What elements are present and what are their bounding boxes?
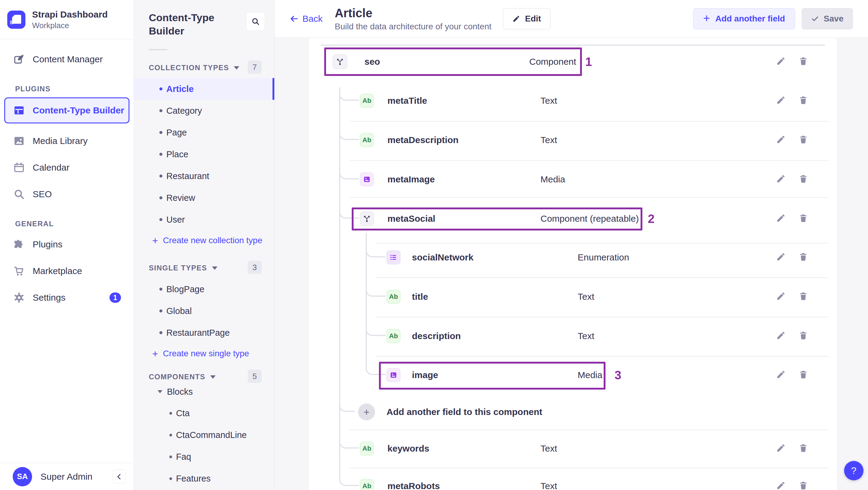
- edit-button[interactable]: Edit: [503, 8, 551, 29]
- chevron-down-icon: [158, 390, 162, 393]
- delete-field-button[interactable]: [797, 213, 809, 225]
- delete-field-button[interactable]: [797, 442, 809, 455]
- delete-field-button[interactable]: [797, 369, 809, 381]
- sidebar-item-calendar[interactable]: Calendar: [0, 154, 134, 181]
- group-header-single-types[interactable]: SINGLE TYPES3: [134, 264, 274, 272]
- edit-field-button[interactable]: [775, 213, 787, 225]
- sidebar-item-seo[interactable]: SEO: [0, 181, 134, 208]
- edit-field-button[interactable]: [775, 480, 787, 490]
- strapi-app: Strapi Dashboard Workplace Content Manag…: [0, 0, 868, 490]
- edit-field-button[interactable]: [775, 442, 787, 455]
- gear-icon: [13, 291, 25, 304]
- tree-elbow: [339, 473, 359, 486]
- delete-field-button[interactable]: [797, 134, 809, 146]
- create-new-link[interactable]: +Create new single type: [134, 344, 274, 364]
- subnav-item-category[interactable]: Category: [134, 100, 274, 122]
- page-subtitle: Build the data architecture of your cont…: [335, 22, 492, 31]
- subnav-item-user[interactable]: User: [134, 209, 274, 231]
- sidebar-item-media-library[interactable]: Media Library: [0, 128, 134, 154]
- delete-field-button[interactable]: [797, 95, 809, 107]
- edit-field-button[interactable]: [775, 134, 787, 146]
- avatar[interactable]: SA: [13, 467, 32, 486]
- component-item-features[interactable]: Features: [134, 468, 274, 489]
- edit-field-button[interactable]: [775, 251, 787, 264]
- collapse-sidebar-button[interactable]: [113, 470, 126, 484]
- sidebar-item-content-manager[interactable]: Content Manager: [0, 46, 134, 72]
- brand: Strapi Dashboard Workplace: [0, 0, 134, 39]
- divider: [320, 44, 825, 46]
- puzzle-icon: [13, 238, 25, 251]
- sidebar-item-content-type-builder[interactable]: Content-Type Builder: [4, 97, 129, 123]
- component-item-ctacommandline[interactable]: CtaCommandLine: [134, 424, 274, 446]
- subnav-item-label: Place: [166, 149, 188, 159]
- component-category-blocks[interactable]: Blocks: [134, 381, 274, 402]
- component-item-cta[interactable]: Cta: [134, 402, 274, 424]
- add-another-field-button[interactable]: + Add another field: [693, 8, 795, 29]
- sidebar-item-settings[interactable]: Settings1: [0, 284, 134, 311]
- group-header-components[interactable]: COMPONENTS5: [134, 373, 274, 381]
- subnav-item-restaurant[interactable]: Restaurant: [134, 165, 274, 187]
- sidebar-item-plugins[interactable]: Plugins: [0, 231, 134, 258]
- field-type: Component (repeatable): [540, 214, 639, 224]
- tree-elbow: [339, 127, 359, 140]
- add-field-to-component-button[interactable]: +: [358, 403, 375, 421]
- edit-field-button[interactable]: [775, 291, 787, 303]
- group-count-badge: 3: [248, 261, 261, 274]
- create-new-link[interactable]: +Create new collection type: [134, 231, 274, 250]
- annotation-number-3: 3: [615, 368, 621, 382]
- edit-field-button[interactable]: [775, 56, 787, 68]
- edit-field-button[interactable]: [775, 330, 787, 342]
- row-divider: [349, 468, 828, 468]
- component-item-label: Faq: [176, 452, 191, 462]
- tree-elbow: [339, 435, 359, 449]
- delete-field-button[interactable]: [797, 480, 809, 490]
- field-name: keywords: [388, 443, 429, 454]
- field-type: Text: [578, 292, 594, 302]
- subnav-item-article[interactable]: Article: [134, 78, 274, 100]
- subnav-item-label: Review: [166, 193, 195, 203]
- subnav-item-place[interactable]: Place: [134, 143, 274, 165]
- delete-field-button[interactable]: [797, 251, 809, 264]
- divider: [149, 49, 167, 50]
- field-type: Text: [540, 481, 557, 490]
- row-divider: [349, 429, 828, 430]
- search-button[interactable]: [246, 12, 265, 31]
- edit-field-button[interactable]: [775, 173, 787, 185]
- bullet-icon: [159, 288, 162, 291]
- bullet-icon: [159, 309, 162, 312]
- pencil-icon: [776, 370, 786, 380]
- edit-label: Edit: [525, 14, 541, 24]
- pencil-icon: [512, 15, 520, 23]
- pencil-icon: [776, 56, 786, 67]
- subnav-item-review[interactable]: Review: [134, 187, 274, 209]
- delete-field-button[interactable]: [797, 56, 809, 68]
- group-label: COLLECTION TYPES: [149, 63, 229, 72]
- edit-field-button[interactable]: [775, 95, 787, 107]
- plus-icon: +: [703, 12, 710, 25]
- back-link[interactable]: Back: [289, 13, 323, 24]
- subnav-item-blogpage[interactable]: BlogPage: [134, 278, 274, 300]
- component-item-label: CtaCommandLine: [176, 430, 247, 440]
- delete-field-button[interactable]: [797, 330, 809, 342]
- edit-field-button[interactable]: [775, 369, 787, 381]
- component-item-faq[interactable]: Faq: [134, 446, 274, 468]
- bullet-icon: [159, 87, 162, 90]
- subnav-item-restaurantpage[interactable]: RestaurantPage: [134, 322, 274, 344]
- field-type: Text: [540, 96, 557, 106]
- subnav-item-global[interactable]: Global: [134, 300, 274, 322]
- field-type-text-icon: Ab: [386, 290, 400, 304]
- help-button[interactable]: ?: [844, 461, 864, 480]
- sidebar-item-marketplace[interactable]: Marketplace: [0, 258, 134, 284]
- trash-icon: [799, 291, 808, 302]
- pencil-icon: [776, 252, 786, 263]
- trash-icon: [799, 252, 808, 263]
- content-type-builder-panel: Content-Type Builder COLLECTION TYPES7Ar…: [134, 0, 275, 490]
- delete-field-button[interactable]: [797, 291, 809, 303]
- save-button[interactable]: Save: [802, 8, 853, 29]
- delete-field-button[interactable]: [797, 173, 809, 185]
- nav-section-label: GENERAL: [0, 220, 134, 228]
- component-item-label: Cta: [176, 408, 190, 418]
- group-header-collection-types[interactable]: COLLECTION TYPES7: [134, 63, 274, 72]
- cart-icon: [13, 265, 25, 277]
- subnav-item-page[interactable]: Page: [134, 122, 274, 143]
